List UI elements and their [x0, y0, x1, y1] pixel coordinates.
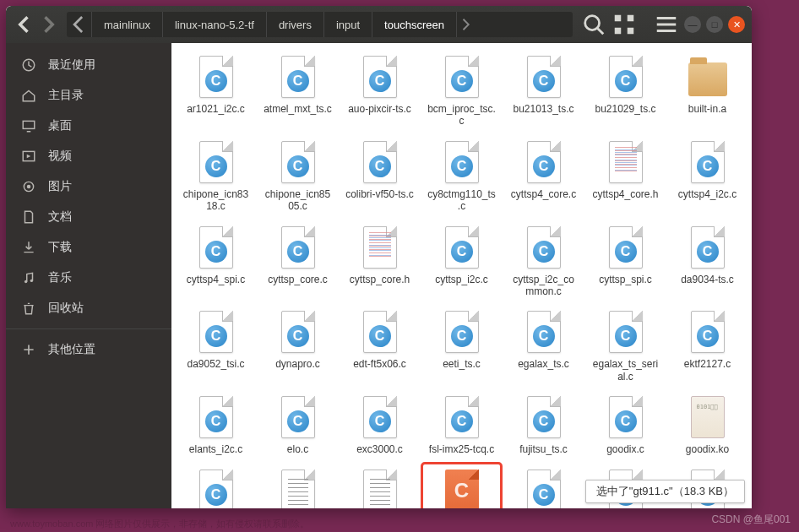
file-item[interactable]: built-in.a — [668, 50, 747, 132]
file-type-c-icon: C — [606, 394, 646, 441]
sidebar-item-clock[interactable]: 最近使用 — [6, 50, 171, 80]
file-item[interactable]: Cexc3000.c — [340, 390, 419, 459]
file-item[interactable]: Cauo-pixcir-ts.c — [340, 50, 419, 132]
file-item[interactable]: Cchipone_icn8505.c — [258, 135, 337, 217]
menu-button[interactable] — [654, 12, 679, 37]
breadcrumb-input[interactable]: input — [324, 12, 372, 37]
file-type-c-icon: C — [278, 394, 318, 441]
file-item[interactable]: Cda9052_tsi.c — [177, 305, 255, 387]
file-item[interactable]: Cgoodix.c — [586, 390, 665, 459]
file-item[interactable]: Ccyttsp4_core.c — [504, 135, 583, 217]
breadcrumb-linux-nano-5.2-tf[interactable]: linux-nano-5.2-tf — [163, 12, 267, 37]
file-item[interactable]: goodix.o — [340, 464, 419, 508]
breadcrumb-mainlinux[interactable]: mainlinux — [92, 12, 163, 37]
file-item[interactable]: Catmel_mxt_ts.c — [258, 50, 337, 132]
file-type-c-icon: C — [688, 138, 728, 186]
sidebar-item-desktop[interactable]: 桌面 — [6, 111, 171, 141]
nav-back-button[interactable] — [13, 12, 36, 37]
file-type-c-icon: C — [688, 308, 728, 356]
file-item[interactable]: Cektf2127.c — [668, 305, 747, 387]
sidebar-item-label: 音乐 — [48, 270, 72, 285]
file-type-c-icon: C — [196, 138, 236, 186]
file-item[interactable]: Car1021_i2c.c — [177, 50, 255, 132]
file-item[interactable]: Ccyttsp_spi.c — [586, 220, 665, 302]
file-item[interactable]: Cgt911.c — [422, 464, 501, 508]
breadcrumb-drivers[interactable]: drivers — [267, 12, 324, 37]
file-item[interactable]: Cbu21029_ts.c — [586, 50, 665, 132]
sidebar-item-label: 文档 — [48, 209, 72, 225]
file-name-label: exc3000.c — [354, 442, 405, 456]
file-item[interactable]: Cbu21013_ts.c — [504, 50, 583, 132]
file-item[interactable]: Celants_i2c.c — [177, 390, 255, 459]
file-name-label: atmel_mxt_ts.c — [261, 102, 334, 116]
file-name-label: da9034-ts.c — [678, 273, 736, 286]
file-type-c-icon: C — [360, 53, 400, 100]
window-minimize-button[interactable]: — — [684, 16, 701, 33]
file-type-c-icon: C — [196, 53, 236, 100]
sidebar-item-download[interactable]: 下载 — [6, 232, 171, 263]
sidebar-item-label: 视频 — [48, 149, 72, 164]
file-item[interactable]: Ccyttsp_core.c — [258, 220, 337, 302]
path-overflow-icon[interactable] — [457, 16, 474, 33]
status-bar: 选中了"gt911.c"（18.3 KB） — [585, 480, 745, 503]
file-type-h-icon — [360, 224, 400, 271]
file-type-orange-c-icon: C — [442, 467, 482, 508]
file-type-folder-icon — [688, 53, 728, 100]
file-item[interactable]: cyttsp4_core.h — [586, 135, 665, 217]
file-item[interactable]: Ccolibri-vf50-ts.c — [340, 135, 419, 217]
file-name-label: edt-ft5x06.c — [351, 357, 409, 371]
file-item[interactable]: Ccy8ctmg110_ts.c — [422, 135, 501, 217]
file-item[interactable]: Ccyttsp_i2c.c — [422, 220, 501, 302]
file-item[interactable]: Ccyttsp4_spi.c — [177, 220, 255, 302]
file-item[interactable]: Cedt-ft5x06.c — [340, 305, 419, 387]
file-item[interactable]: Ccyttsp4_i2c.c — [668, 135, 747, 217]
file-item[interactable]: Cegalax_ts_serial.c — [586, 305, 665, 387]
watermark-author: CSDN @鱼尾001 — [711, 513, 791, 527]
file-grid-area[interactable]: Car1021_i2c.cCatmel_mxt_ts.cCauo-pixcir-… — [171, 43, 752, 508]
file-item[interactable]: Cgunze.c — [504, 464, 583, 508]
file-type-bin-icon — [688, 394, 728, 441]
breadcrumb-touchscreen[interactable]: touchscreen — [372, 12, 457, 37]
file-item[interactable]: Cfujitsu_ts.c — [504, 390, 583, 459]
file-type-text-icon — [360, 467, 400, 508]
file-item[interactable]: Cchipone_icn8318.c — [177, 135, 255, 217]
file-item[interactable]: cyttsp_core.h — [340, 220, 419, 302]
file-name-label: cyttsp4_i2c.c — [676, 187, 739, 201]
watermark-source: www.toymoban.com 网络图片仅供展示，非存储，如有侵权请联系删除。 — [10, 518, 309, 530]
file-name-label: cyttsp_core.c — [265, 273, 330, 286]
file-item[interactable]: goodix.ko — [668, 390, 747, 459]
file-item[interactable]: Cfsl-imx25-tcq.c — [422, 390, 501, 459]
file-item[interactable]: Cegalax_ts.c — [504, 305, 583, 387]
search-button[interactable] — [581, 12, 606, 37]
sidebar-item-plus[interactable]: 其他位置 — [6, 334, 171, 365]
window-maximize-button[interactable]: □ — [706, 16, 723, 33]
file-name-label: bcm_iproc_tsc.c — [425, 102, 499, 128]
file-item[interactable]: Cgoodix.mod.c — [177, 464, 255, 508]
file-item[interactable]: goodix.mod.o — [258, 464, 337, 508]
file-item[interactable]: Cda9034-ts.c — [668, 220, 747, 302]
path-bar: mainlinuxlinux-nano-5.2-tfdriversinputto… — [67, 12, 573, 37]
file-item[interactable]: Cdynapro.c — [258, 305, 337, 387]
sidebar-item-music[interactable]: 音乐 — [6, 263, 171, 293]
sidebar-item-label: 最近使用 — [48, 57, 95, 73]
sidebar-item-home[interactable]: 主目录 — [6, 80, 171, 111]
sidebar-item-photo[interactable]: 图片 — [6, 171, 171, 202]
path-root-icon[interactable] — [67, 12, 92, 37]
svg-rect-6 — [23, 121, 35, 128]
file-item[interactable]: Ceeti_ts.c — [422, 305, 501, 387]
sidebar-item-label: 桌面 — [48, 118, 72, 133]
view-mode-button[interactable] — [611, 12, 637, 37]
file-name-label: cyttsp_core.h — [347, 273, 412, 286]
file-type-c-icon: C — [524, 53, 564, 100]
window-close-button[interactable]: ✕ — [728, 16, 745, 33]
sidebar-item-trash[interactable]: 回收站 — [6, 293, 171, 323]
sidebar-item-doc[interactable]: 文档 — [6, 202, 171, 232]
nav-forward-button[interactable] — [36, 12, 60, 37]
svg-point-9 — [27, 185, 31, 189]
file-item[interactable]: Ccyttsp_i2c_common.c — [504, 220, 583, 302]
sidebar-item-video[interactable]: 视频 — [6, 141, 171, 171]
file-item[interactable]: Cbcm_iproc_tsc.c — [422, 50, 501, 132]
file-type-c-icon: C — [196, 308, 236, 356]
file-item[interactable]: Celo.c — [258, 390, 337, 459]
music-icon — [21, 270, 36, 285]
